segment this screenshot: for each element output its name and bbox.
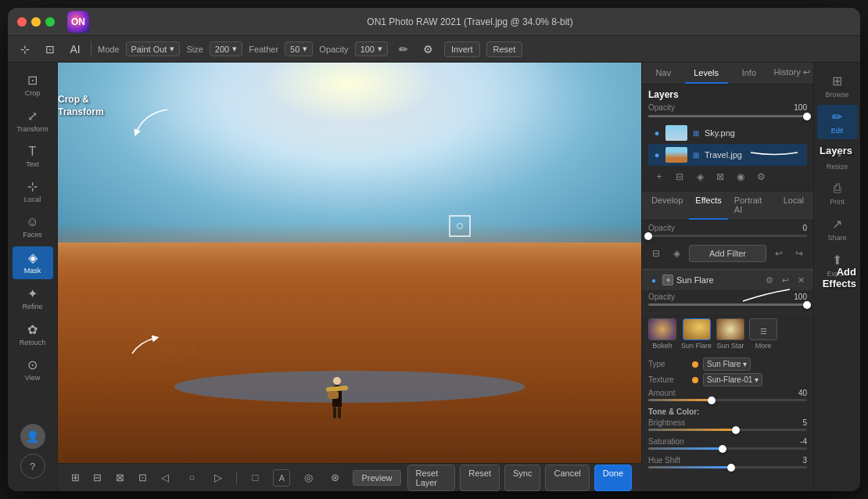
type-select[interactable]: Sun Flare ▾ xyxy=(703,357,751,371)
layer-item-sky[interactable]: ● ⊞ Sky.png xyxy=(648,122,807,144)
filter-opacity-slider[interactable] xyxy=(648,303,807,306)
texture-select[interactable]: Sun-Flare-01 ▾ xyxy=(703,373,762,386)
sidebar-tool-retouch[interactable]: ✿ Retouch xyxy=(13,318,53,351)
redo-icon[interactable]: ↪ xyxy=(791,246,807,261)
tool-icon-1[interactable]: ⊹ xyxy=(16,40,34,59)
canvas-bottom-toolbar: ⊞ ⊟ ⊠ ⊡ ◁ ○ ▷ □ A ◎ ⊛ Preview Reset Laye… xyxy=(58,463,641,491)
tab-history[interactable]: History ↩ xyxy=(770,63,813,84)
tab-effects[interactable]: Effects xyxy=(689,192,727,220)
mode-select[interactable]: Paint Out ▾ xyxy=(126,41,181,56)
hue-shift-slider[interactable] xyxy=(648,466,807,468)
sidebar-tool-view[interactable]: ⊙ View xyxy=(13,354,53,386)
tool-icon-2[interactable]: ⊡ xyxy=(41,40,59,59)
effects-opacity-slider[interactable] xyxy=(648,235,807,237)
layers-opacity-label: Opacity xyxy=(648,103,675,112)
split-view-icon[interactable]: ⊠ xyxy=(112,469,128,486)
canvas-bottom-right: Reset Layer Reset Sync Cancel Done xyxy=(407,465,632,491)
done-button[interactable]: Done xyxy=(594,465,632,491)
layer-visibility-travel[interactable]: ● xyxy=(651,149,662,160)
layer-item-travel[interactable]: ● ⊞ Travel.jpg xyxy=(648,144,807,166)
layer-settings-button[interactable]: ⚙ xyxy=(753,169,769,185)
add-filter-icon-2[interactable]: ◈ xyxy=(669,246,684,261)
sidebar-item-print[interactable]: ⎙ Print xyxy=(817,177,858,210)
sidebar-item-edit[interactable]: ✏ Edit xyxy=(817,105,858,139)
annotation-add-effects: AddEffects xyxy=(823,266,856,289)
cancel-button[interactable]: Cancel xyxy=(545,465,589,491)
tab-local[interactable]: Local xyxy=(777,192,810,220)
filter-reset-icon[interactable]: ↩ xyxy=(779,274,791,286)
filter-settings-icon[interactable]: ⚙ xyxy=(763,274,776,286)
add-layer-button[interactable]: + xyxy=(651,169,667,185)
preset-bokeh[interactable]: Bokeh xyxy=(648,318,676,350)
canvas-image xyxy=(58,63,641,463)
reset-layer-button[interactable]: Reset Layer xyxy=(407,465,456,491)
preset-thumb-more: ☰ xyxy=(749,318,777,340)
add-filter-icon-1[interactable]: ⊟ xyxy=(648,246,664,261)
saturation-slider-row: Saturation -4 xyxy=(648,437,807,450)
canvas-area[interactable]: Crop &Transform Refine &Mask xyxy=(58,63,641,463)
tab-info[interactable]: Info xyxy=(728,63,771,84)
preset-more[interactable]: ☰ More xyxy=(749,318,777,350)
user-avatar[interactable]: 👤 xyxy=(20,424,45,449)
right-panel: Nav Levels Info History ↩ Layers Opacity… xyxy=(641,63,813,491)
view-mode-icon[interactable]: ⊟ xyxy=(90,469,106,486)
effects-opacity-row: Opacity 0 xyxy=(648,224,807,232)
layers-opacity-slider[interactable] xyxy=(648,115,807,117)
brush-icon[interactable]: ✏ xyxy=(394,40,413,59)
saturation-slider[interactable] xyxy=(648,447,807,450)
duplicate-layer-button[interactable]: ⊟ xyxy=(672,169,687,185)
layer-visibility-sky[interactable]: ● xyxy=(651,127,662,138)
undo-icon[interactable]: ↩ xyxy=(771,246,787,261)
sidebar-tool-text[interactable]: T Text xyxy=(13,141,53,173)
paint-icon[interactable]: ◎ xyxy=(299,469,317,486)
texture-color-dot xyxy=(692,377,698,383)
fullscreen-icon[interactable]: ⊞ xyxy=(67,469,84,486)
tab-levels[interactable]: Levels xyxy=(685,63,728,84)
next-icon[interactable]: ▷ xyxy=(210,469,227,486)
sidebar-tool-crop[interactable]: ⊡ Crop xyxy=(13,69,53,102)
preview-button[interactable]: Preview xyxy=(353,470,400,486)
help-button[interactable]: ? xyxy=(20,454,45,479)
tab-nav[interactable]: Nav xyxy=(642,63,685,84)
amount-slider[interactable] xyxy=(648,399,807,401)
reset-button[interactable]: Reset xyxy=(486,41,523,57)
opacity-select[interactable]: 100 ▾ xyxy=(355,41,388,56)
preset-sun-star[interactable]: Sun Star xyxy=(716,318,744,350)
sidebar-tool-refine[interactable]: ✦ Refine xyxy=(13,282,53,315)
sidebar-tool-transform[interactable]: ⤢ Transform xyxy=(13,105,53,138)
close-button[interactable] xyxy=(17,17,27,27)
blend-layer-button[interactable]: ◉ xyxy=(733,169,748,185)
size-select[interactable]: 200 ▾ xyxy=(210,41,242,56)
layer-name-travel: Travel.jpg xyxy=(705,150,804,160)
cursor-icon[interactable]: ⊛ xyxy=(326,469,343,486)
tab-develop[interactable]: Develop xyxy=(645,192,689,220)
maximize-button[interactable] xyxy=(45,17,55,27)
filter-close-icon[interactable]: ✕ xyxy=(794,274,807,286)
reset-all-button[interactable]: Reset xyxy=(460,465,500,491)
minimize-button[interactable] xyxy=(31,17,41,27)
sidebar-tool-local[interactable]: ⊹ Local xyxy=(13,175,53,208)
invert-button[interactable]: Invert xyxy=(444,41,480,57)
mask-layer-button[interactable]: ◈ xyxy=(692,169,708,185)
tab-portrait-ai[interactable]: Portrait AI xyxy=(728,192,777,220)
sidebar-item-share[interactable]: ↗ Share xyxy=(817,212,858,246)
sidebar-tool-mask[interactable]: ◈ Mask xyxy=(13,246,53,279)
brightness-slider[interactable] xyxy=(648,429,807,431)
rect-icon[interactable]: □ xyxy=(246,469,264,486)
add-filter-button[interactable]: Add Filter xyxy=(689,245,766,262)
feather-select[interactable]: 50 ▾ xyxy=(285,41,313,56)
sidebar-tool-faces[interactable]: ☺ Faces xyxy=(13,211,53,243)
preset-sun-flare[interactable]: Sun Flare xyxy=(681,318,712,350)
filter-visibility-btn[interactable]: ● xyxy=(648,275,659,285)
settings-icon[interactable]: ⚙ xyxy=(419,40,438,59)
edit-tabs: Develop Effects Portrait AI Local xyxy=(642,192,813,221)
grid-icon[interactable]: ⊡ xyxy=(135,469,151,486)
tool-icon-3[interactable]: AI xyxy=(66,40,84,59)
merge-layer-button[interactable]: ⊠ xyxy=(712,169,728,185)
amount-label: Amount xyxy=(648,389,675,397)
circle-icon[interactable]: ○ xyxy=(183,469,200,486)
prev-icon[interactable]: ◁ xyxy=(156,469,174,486)
text-icon-bottom[interactable]: A xyxy=(273,469,290,486)
sync-button[interactable]: Sync xyxy=(504,465,540,491)
sidebar-item-browse[interactable]: ⊞ Browse xyxy=(817,69,858,103)
